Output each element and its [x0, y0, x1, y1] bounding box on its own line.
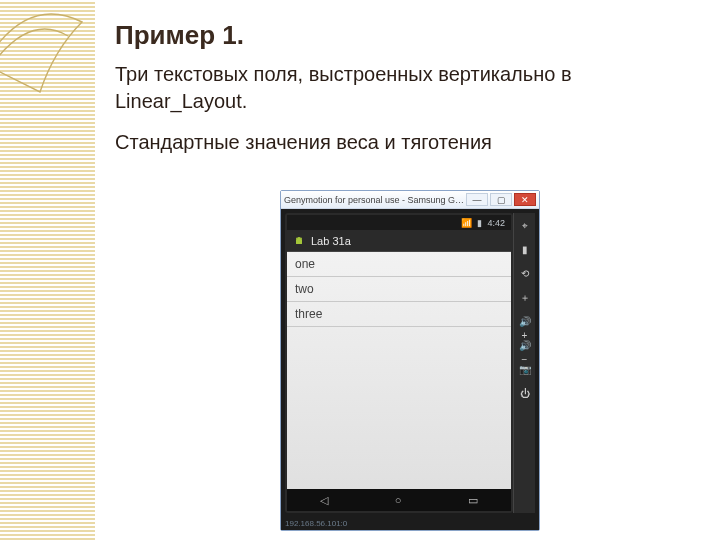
- android-statusbar: 📶 ▮ 4:42: [287, 215, 511, 230]
- android-appbar: Lab 31a: [287, 230, 511, 252]
- window-title: Genymotion for personal use - Samsung Ga…: [284, 195, 466, 205]
- svg-point-2: [300, 237, 301, 238]
- app-screen: one two three: [287, 252, 511, 489]
- battery-icon: ▮: [477, 218, 482, 228]
- battery-tool-icon[interactable]: ▮: [518, 243, 532, 257]
- volume-up-icon[interactable]: 🔊+: [518, 315, 532, 329]
- maximize-button[interactable]: ▢: [490, 193, 512, 206]
- status-time: 4:42: [487, 218, 505, 228]
- android-icon: [293, 235, 305, 247]
- volume-down-icon[interactable]: 🔊−: [518, 339, 532, 353]
- device-frame: 📶 ▮ 4:42 Lab 31a one two three ◁: [285, 213, 513, 513]
- app-title: Lab 31a: [311, 235, 351, 247]
- slide-para-2: Стандартные значения веса и тяготения: [115, 129, 690, 156]
- android-navbar: ◁ ○ ▭: [287, 489, 511, 511]
- slide-title: Пример 1.: [115, 20, 690, 51]
- emulator-sidebar: ⌖ ▮ ⟲ ＋ 🔊+ 🔊− 📷 ⏻: [513, 213, 535, 513]
- minimize-button[interactable]: —: [466, 193, 488, 206]
- svg-point-1: [297, 237, 298, 238]
- window-titlebar: Genymotion for personal use - Samsung Ga…: [281, 191, 539, 209]
- emulator-footer-status: 192.168.56.101:0: [281, 517, 539, 530]
- power-icon[interactable]: ⏻: [518, 387, 532, 401]
- back-button[interactable]: ◁: [320, 494, 328, 507]
- textview-2: two: [287, 277, 511, 302]
- slide-para-1: Три текстовых поля, выстроенных вертикал…: [115, 61, 690, 115]
- wifi-icon: 📶: [461, 218, 472, 228]
- close-button[interactable]: ✕: [514, 193, 536, 206]
- rotate-icon[interactable]: ⟲: [518, 267, 532, 281]
- svg-rect-0: [296, 239, 302, 244]
- home-button[interactable]: ○: [395, 494, 402, 506]
- emulator-window: Genymotion for personal use - Samsung Ga…: [280, 190, 540, 531]
- plus-icon[interactable]: ＋: [518, 291, 532, 305]
- textview-1: one: [287, 252, 511, 277]
- textview-3: three: [287, 302, 511, 327]
- gps-icon[interactable]: ⌖: [518, 219, 532, 233]
- recent-button[interactable]: ▭: [468, 494, 478, 507]
- leaf-decoration: [0, 0, 110, 120]
- camera-icon[interactable]: 📷: [518, 363, 532, 377]
